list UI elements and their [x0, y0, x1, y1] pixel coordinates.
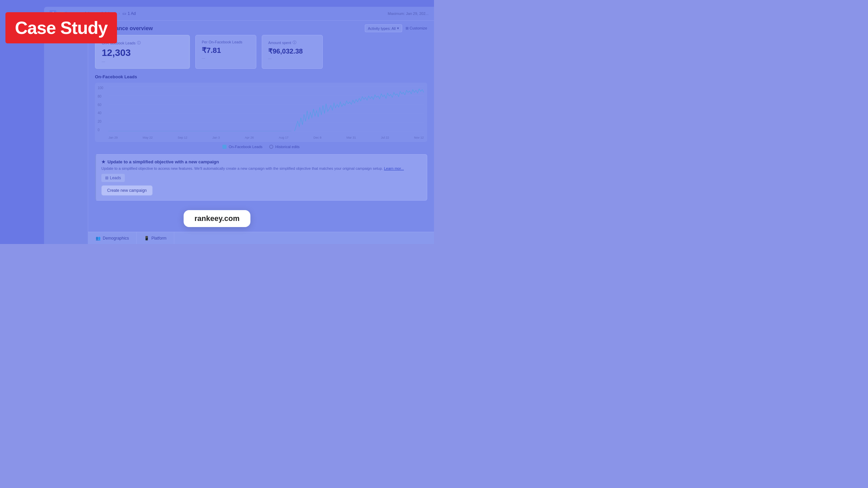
customize-icon: ⊞ — [406, 26, 409, 30]
demographics-label: Demographics — [103, 236, 129, 241]
y-label-80: 80 — [98, 95, 103, 98]
watermark: rankeey.com — [184, 210, 251, 227]
x-label-sep12: Sep 12 — [178, 136, 188, 139]
main-content: Performance overview Activity types: All… — [88, 21, 434, 244]
y-label-0: 0 — [98, 128, 103, 132]
breadcrumb-ad[interactable]: ▭ 1 Ad — [122, 11, 136, 16]
info-icon: ⓘ — [137, 40, 141, 45]
leads-tag: ⊞ Leads — [101, 174, 125, 182]
x-label-jul22: Jul 22 — [381, 136, 389, 139]
platform-tab[interactable]: 📱 Platform — [137, 232, 174, 244]
x-label-jan29: Jan 29 — [108, 136, 118, 139]
chart-title: On-Facebook Leads — [95, 74, 427, 79]
y-label-60: 60 — [98, 103, 103, 107]
update-banner-description: Update to a simplified objective to acce… — [101, 166, 421, 170]
leads-sub: — — [102, 60, 183, 63]
customize-button[interactable]: ⊞ Customize — [406, 26, 427, 30]
x-label-aug17: Aug 17 — [279, 136, 289, 139]
activity-type-dropdown[interactable]: Activity types: All ▾ — [365, 24, 402, 32]
legend-leads-dot — [222, 145, 226, 149]
platform-icon: 📱 — [144, 236, 149, 241]
x-axis: Jan 29 May 22 Sep 12 Jan 3 Apr 26 Aug 17… — [108, 136, 424, 139]
breadcrumb-sep-2: › — [118, 11, 120, 16]
update-banner-title: ★ Update to a simplified objective with … — [101, 159, 421, 164]
y-label-100: 100 — [98, 86, 103, 90]
amount-info-icon: ⓘ — [293, 40, 296, 45]
ad-name: 1 Ad — [127, 11, 136, 16]
per-leads-sub: — — [202, 56, 250, 60]
leads-value: 12,303 — [102, 47, 183, 58]
demographics-tab[interactable]: 👥 Demographics — [88, 232, 137, 244]
filter-icon: ⊞ — [105, 176, 108, 180]
performance-header: Performance overview Activity types: All… — [88, 21, 434, 35]
y-label-40: 40 — [98, 111, 103, 115]
dropdown-chevron-icon: ▾ — [397, 26, 399, 30]
demographics-icon: 👥 — [96, 236, 101, 241]
update-banner: ★ Update to a simplified objective with … — [95, 154, 427, 201]
x-label-apr26: Apr 26 — [245, 136, 254, 139]
ad-icon: ▭ — [122, 11, 126, 16]
per-leads-label: Per On-Facebook Leads — [202, 40, 250, 44]
chart-area — [108, 86, 424, 132]
learn-more-link[interactable]: Learn mor... — [384, 166, 404, 170]
chart-container: 100 80 60 40 20 0 — [95, 83, 427, 142]
case-study-label: Case Study — [15, 18, 107, 38]
x-label-jan3: Jan 3 — [212, 136, 220, 139]
bottom-tabs: 👥 Demographics 📱 Platform — [88, 232, 434, 244]
campaigns-sidebar: ance campaign ··· — [44, 21, 88, 244]
y-axis: 100 80 60 40 20 0 — [98, 86, 103, 132]
max-date: Maximum: Jan 29, 202... — [388, 12, 429, 16]
per-leads-value: ₹7.81 — [202, 46, 250, 55]
legend-history-label: Historical edits — [275, 145, 300, 149]
legend-history: Historical edits — [269, 145, 300, 149]
legend-leads: On-Facebook Leads — [222, 145, 262, 149]
performance-controls: Activity types: All ▾ ⊞ Customize — [365, 24, 427, 32]
amount-value: ₹96,032.38 — [268, 47, 316, 55]
x-label-may22: May 22 — [143, 136, 153, 139]
amount-metric-card: Amount spent ⓘ ₹96,032.38 — — [262, 35, 323, 69]
x-label-dec8: Dec 8 — [314, 136, 322, 139]
amount-sub: — — [268, 57, 316, 60]
case-study-banner: Case Study — [5, 12, 117, 43]
platform-label: Platform — [151, 236, 166, 241]
x-label-nov12: Nov 12 — [414, 136, 424, 139]
x-label-mar31: Mar 31 — [347, 136, 356, 139]
chart-section: On-Facebook Leads 100 80 60 40 20 0 — [88, 74, 434, 154]
metrics-row: On-Facebook Leads ⓘ 12,303 — Per On-Face… — [88, 35, 434, 69]
chart-svg — [108, 86, 424, 132]
y-label-20: 20 — [98, 120, 103, 123]
amount-label: Amount spent ⓘ — [268, 40, 316, 45]
legend-leads-label: On-Facebook Leads — [229, 145, 262, 149]
create-campaign-button[interactable]: Create new campaign — [101, 185, 153, 196]
per-leads-metric-card: Per On-Facebook Leads ₹7.81 — — [195, 35, 256, 69]
star-icon: ★ — [101, 159, 105, 164]
legend-history-dot — [269, 145, 273, 149]
chart-legend: On-Facebook Leads Historical edits — [95, 145, 427, 149]
